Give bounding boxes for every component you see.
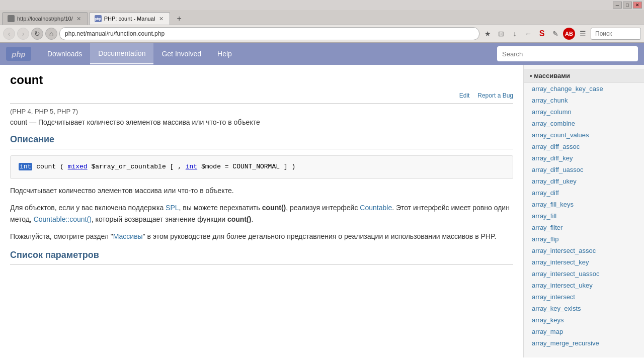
param2-type[interactable]: int: [186, 163, 197, 170]
function-signature: int count ( mixed $array_or_countable [ …: [10, 155, 513, 179]
toolbar-icons: ★ ⊡ ↓ ← S ✎ AB ☰: [481, 28, 589, 40]
massivi-link[interactable]: Массивы: [113, 232, 143, 240]
edit-link[interactable]: Edit: [459, 92, 470, 99]
content-area: count Edit Report a Bug (PHP 4, PHP 5, P…: [0, 65, 523, 357]
parameters-title: Список параметров: [10, 250, 513, 260]
comma: ,: [178, 163, 186, 170]
return-type[interactable]: int: [19, 163, 32, 170]
bracket-open: [: [170, 163, 174, 170]
sidebar-item[interactable]: array_key_exists: [524, 303, 644, 314]
sidebar-item[interactable]: array_keys: [524, 314, 644, 326]
count-bold-1: count(): [262, 204, 286, 212]
sidebar-item[interactable]: array_intersect_key: [524, 256, 644, 268]
tab-2[interactable]: php PHP: count - Manual ✕: [89, 12, 171, 25]
address-bar: ‹ › ↻ ⌂ ★ ⊡ ↓ ← S ✎ AB ☰: [0, 25, 644, 42]
countable-link[interactable]: Countable: [360, 204, 392, 212]
sidebar-item[interactable]: array_intersect_ukey: [524, 280, 644, 291]
tab-close-1[interactable]: ✕: [75, 15, 83, 22]
function-name: count (: [36, 163, 67, 170]
php-search-input[interactable]: [497, 46, 638, 61]
tab-label-2: PHP: count - Manual: [104, 16, 155, 22]
nav-help[interactable]: Help: [209, 44, 240, 64]
param2-name: $mode = COUNT_NORMAL: [201, 163, 284, 170]
desc2-mid4: , который возвращает значение функции: [92, 215, 227, 223]
sidebar-item[interactable]: array_chunk: [524, 95, 644, 106]
sidebar-item[interactable]: array_column: [524, 106, 644, 118]
sidebar-item[interactable]: array_diff: [524, 187, 644, 199]
bookmark-icon[interactable]: ★: [481, 28, 494, 40]
tab-favicon-2: php: [95, 15, 102, 22]
tab-close-2[interactable]: ✕: [157, 15, 165, 22]
sidebar-item[interactable]: array_diff_key: [524, 152, 644, 164]
desc3-end: " в этом руководстве для более детальног…: [143, 232, 497, 240]
tab-bar: http://localhost/php/10/ ✕ php PHP: coun…: [0, 10, 644, 25]
desc2-mid2: , реализуя интерфейс: [286, 204, 360, 212]
sidebar-item[interactable]: array_change_key_case: [524, 83, 644, 95]
sidebar-item[interactable]: array_filter: [524, 222, 644, 233]
home-button[interactable]: ⌂: [45, 28, 57, 40]
sidebar: • массивами array_change_key_casearray_c…: [523, 65, 644, 357]
count-bold-2: count(): [227, 215, 251, 223]
spl-link[interactable]: SPL: [166, 204, 179, 212]
sidebar-item[interactable]: array_flip: [524, 233, 644, 245]
php-nav-links: Downloads Documentation Get Involved Hel…: [39, 43, 497, 64]
main-layout: count Edit Report a Bug (PHP 4, PHP 5, P…: [0, 65, 644, 357]
menu-icon[interactable]: ☰: [577, 28, 589, 40]
param1-name: $array_or_countable: [91, 163, 170, 170]
php-version: (PHP 4, PHP 5, PHP 7): [10, 108, 513, 115]
nav-documentation[interactable]: Documentation: [90, 43, 153, 64]
download-icon[interactable]: ↓: [509, 28, 521, 40]
window-controls[interactable]: ─ □ ✕: [613, 2, 642, 9]
desc2-mid1: , вы можете перехватить: [179, 204, 262, 212]
close-button[interactable]: ✕: [633, 2, 642, 9]
new-tab-button[interactable]: +: [173, 13, 185, 25]
sidebar-item[interactable]: array_diff_assoc: [524, 141, 644, 152]
history-icon[interactable]: ←: [522, 28, 534, 40]
page-title: count: [10, 73, 513, 87]
edit-links: Edit Report a Bug: [10, 91, 513, 99]
sidebar-item[interactable]: array_diff_ukey: [524, 175, 644, 187]
sidebar-title-text: массивами: [534, 72, 570, 79]
tab-1[interactable]: http://localhost/php/10/ ✕: [2, 12, 88, 25]
nav-downloads[interactable]: Downloads: [39, 44, 90, 64]
title-bar: ─ □ ✕: [0, 0, 644, 10]
address-input[interactable]: [59, 27, 479, 40]
sidebar-item[interactable]: array_count_values: [524, 129, 644, 141]
sidebar-item[interactable]: array_fill: [524, 210, 644, 222]
refresh-button[interactable]: ↻: [31, 28, 43, 40]
divider-2: [10, 149, 513, 149]
back-button[interactable]: ‹: [3, 28, 15, 40]
desc-para-1: Подсчитывает количество элементов массив…: [10, 185, 513, 196]
brief-desc: count — Подсчитывает количество элементо…: [10, 118, 513, 126]
sidebar-item[interactable]: array_diff_uassoc: [524, 164, 644, 175]
s-icon[interactable]: S: [536, 28, 548, 40]
desc-para-3: Пожалуйста, смотрите раздел "Массивы" в …: [10, 231, 513, 242]
sidebar-item[interactable]: array_combine: [524, 118, 644, 129]
php-nav: php Downloads Documentation Get Involved…: [0, 43, 644, 65]
forward-button[interactable]: ›: [17, 28, 29, 40]
sidebar-section-title: • массивами: [524, 69, 644, 83]
nav-get-involved[interactable]: Get Involved: [153, 44, 209, 64]
maximize-button[interactable]: □: [623, 2, 632, 9]
bracket-close: ] ): [284, 163, 295, 170]
report-bug-link[interactable]: Report a Bug: [477, 92, 513, 99]
sidebar-title-prefix: •: [530, 72, 534, 79]
minimize-button[interactable]: ─: [613, 2, 622, 9]
countable-count-link[interactable]: Countable::count(): [34, 215, 92, 223]
reader-icon[interactable]: ⊡: [495, 28, 507, 40]
adblock-icon[interactable]: AB: [563, 28, 575, 40]
divider-1: [10, 103, 513, 104]
browser-search-input[interactable]: [591, 28, 641, 40]
description-title: Описание: [10, 134, 513, 145]
desc2-prefix: Для объектов, если у вас включена поддер…: [10, 204, 166, 212]
sidebar-item[interactable]: array_intersect_assoc: [524, 245, 644, 256]
param1-type[interactable]: mixed: [68, 163, 88, 170]
sidebar-item[interactable]: array_intersect: [524, 291, 644, 303]
extension-icon[interactable]: ✎: [549, 28, 561, 40]
tab-favicon-1: [8, 15, 15, 22]
desc3-prefix: Пожалуйста, смотрите раздел ": [10, 232, 113, 240]
sidebar-item[interactable]: array_merge_recursive: [524, 337, 644, 349]
sidebar-item[interactable]: array_intersect_uassoc: [524, 268, 644, 280]
sidebar-item[interactable]: array_map: [524, 326, 644, 337]
sidebar-item[interactable]: array_fill_keys: [524, 199, 644, 210]
